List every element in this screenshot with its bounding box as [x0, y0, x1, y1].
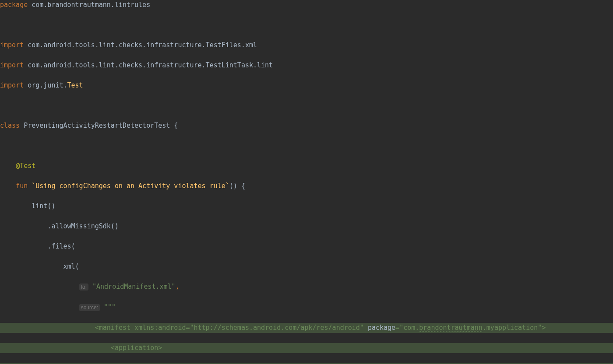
code-line: .allowMissingSdk() [0, 222, 119, 230]
code-line: .files( [0, 242, 75, 250]
param-hint-to: to: [79, 284, 88, 290]
package-name: com.brandontrautmann.lintrules [28, 1, 150, 9]
code-line: lint() [0, 202, 55, 210]
highlighted-line: <manifest xmlns:android="http://schemas.… [0, 323, 613, 333]
import-class: Test [67, 81, 83, 89]
string-literal: "AndroidManifest.xml" [88, 283, 176, 290]
code-editor[interactable]: package com.brandontrautmann.lintrules i… [0, 0, 613, 364]
keyword-class: class [0, 122, 20, 130]
import-path: com.android.tools.lint.checks.infrastruc… [24, 41, 257, 49]
keyword-import: import [0, 81, 24, 89]
highlighted-line: <application> [0, 343, 613, 353]
param-hint-source: source: [79, 304, 100, 311]
import-path: com.android.tools.lint.checks.infrastruc… [24, 61, 273, 69]
annotation-test: @Test [16, 162, 35, 170]
function-name: `Using configChanges on an Activity viol… [28, 182, 229, 190]
paren-brace: () { [229, 182, 245, 190]
keyword-import: import [0, 61, 24, 69]
code-line: xml( [0, 262, 79, 270]
keyword-import: import [0, 41, 24, 49]
import-path: org.junit. [24, 81, 67, 89]
comma: , [176, 283, 180, 290]
keyword-fun: fun [16, 182, 28, 190]
keyword-package: package [0, 1, 28, 9]
triple-quote: """ [100, 303, 116, 311]
class-name: PreventingActivityRestartDetectorTest { [20, 122, 178, 130]
